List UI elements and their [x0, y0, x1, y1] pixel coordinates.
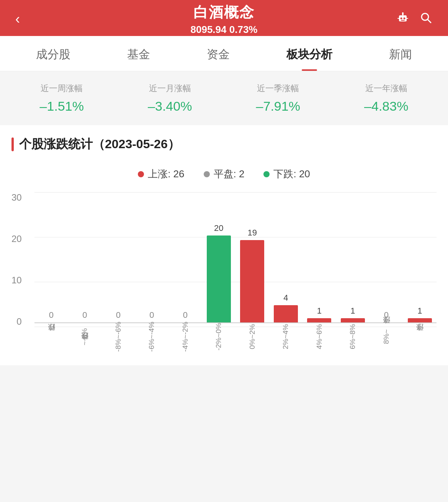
x-label-col-11: 涨停 — [403, 323, 437, 350]
chart-inner: 00000201941101 跌停跌停~-8%-8%~-6%-6%~-4%-4%… — [34, 192, 437, 350]
bar-9 — [341, 318, 365, 322]
page-subtitle: 8095.94 0.73% — [191, 24, 258, 36]
stat-quarter: 近一季涨幅 –7.91% — [224, 83, 332, 114]
svg-point-2 — [404, 18, 405, 20]
y-label-0: 0 — [16, 316, 21, 327]
bar-value-9: 1 — [350, 306, 355, 316]
bar-value-0: 0 — [49, 310, 54, 320]
x-label-col-7: 2%~4% — [269, 323, 303, 350]
chart-area: 上涨: 26 平盘: 2 下跌: 20 30 20 10 0 — [0, 160, 448, 365]
bar-8 — [307, 318, 331, 322]
legend-up-label: 上涨: 26 — [148, 167, 184, 181]
stat-month-value: –3.40% — [116, 99, 224, 114]
bar-col-1: 0 — [68, 192, 102, 322]
header-right — [396, 11, 433, 28]
stat-quarter-value: –7.91% — [224, 99, 332, 114]
stat-month-label: 近一月涨幅 — [116, 83, 224, 94]
svg-point-4 — [402, 12, 404, 14]
bar-col-9: 1 — [336, 192, 370, 322]
page-title: 白酒概念 — [191, 3, 258, 22]
x-label-col-0: 跌停 — [34, 323, 68, 350]
x-label-4: -4%~-2% — [181, 322, 190, 352]
x-label-7: 2%~4% — [281, 324, 290, 349]
tab-sector-analysis[interactable]: 板块分析 — [279, 36, 340, 71]
stat-week-value: –1.51% — [8, 99, 116, 114]
stat-week: 近一周涨幅 –1.51% — [8, 83, 116, 114]
x-label-col-1: 跌停~-8% — [68, 323, 102, 350]
bar-col-6: 19 — [235, 192, 269, 322]
x-labels: 跌停跌停~-8%-8%~-6%-6%~-4%-4%~-2%-2%~0%0%~2%… — [34, 323, 437, 350]
legend-down: 下跌: 20 — [263, 167, 310, 181]
back-icon[interactable]: ‹ — [15, 11, 20, 27]
x-label-1: 跌停~-8% — [80, 328, 90, 345]
bar-value-2: 0 — [116, 310, 121, 320]
svg-point-1 — [401, 18, 402, 20]
header-center: 白酒概念 8095.94 0.73% — [191, 3, 258, 36]
stat-year-value: –4.83% — [332, 99, 441, 114]
tab-fund[interactable]: 基金 — [119, 36, 158, 71]
legend-down-label: 下跌: 20 — [273, 167, 310, 181]
bar-value-7: 4 — [283, 293, 288, 303]
bar-chart: 30 20 10 0 00000201941101 跌停跌停~-8%-8%~-6… — [11, 192, 437, 350]
x-label-6: 0%~2% — [248, 324, 257, 349]
bar-col-7: 4 — [269, 192, 303, 322]
section-bar-decoration — [11, 137, 14, 151]
bar-value-5: 20 — [214, 223, 223, 233]
x-label-3: -6%~-4% — [147, 322, 156, 352]
x-label-col-9: 6%~8% — [336, 323, 370, 350]
search-icon[interactable] — [419, 11, 433, 28]
bar-11 — [408, 318, 432, 322]
bars-row: 00000201941101 — [34, 192, 437, 322]
bar-6 — [240, 240, 264, 322]
legend-flat: 平盘: 2 — [204, 167, 245, 181]
bar-value-3: 0 — [149, 310, 154, 320]
tab-bar: 成分股 基金 资金 板块分析 新闻 — [0, 36, 448, 71]
stats-row: 近一周涨幅 –1.51% 近一月涨幅 –3.40% 近一季涨幅 –7.91% 近… — [0, 71, 448, 125]
stat-quarter-label: 近一季涨幅 — [224, 83, 332, 94]
bar-col-5: 20 — [202, 192, 236, 322]
svg-line-9 — [428, 20, 431, 23]
section-title: 个股涨跌统计（2023-05-26） — [19, 136, 180, 153]
legend-up-dot — [138, 171, 144, 177]
y-label-10: 10 — [11, 275, 22, 286]
x-label-col-10: 8%~涨停 — [370, 323, 403, 350]
app-header: ‹ 白酒概念 8095.94 0.73% — [0, 0, 448, 36]
bar-7 — [274, 305, 298, 322]
legend-flat-label: 平盘: 2 — [214, 167, 245, 181]
bar-col-10: 0 — [370, 192, 403, 322]
x-label-col-8: 4%~6% — [302, 323, 336, 350]
bar-value-6: 19 — [248, 228, 257, 238]
stat-week-label: 近一周涨幅 — [8, 83, 116, 94]
bar-col-0: 0 — [34, 192, 68, 322]
bar-value-8: 1 — [317, 306, 322, 316]
y-label-20: 20 — [11, 234, 22, 244]
bar-value-4: 0 — [183, 310, 188, 320]
bar-value-1: 0 — [82, 310, 87, 320]
x-label-9: 6%~8% — [348, 324, 357, 349]
bar-col-11: 1 — [403, 192, 437, 322]
x-label-5: -2%~0% — [214, 323, 223, 350]
bar-col-8: 1 — [302, 192, 336, 322]
svg-rect-7 — [401, 20, 405, 21]
robot-icon[interactable] — [396, 11, 410, 28]
bar-col-2: 0 — [101, 192, 135, 322]
y-axis: 30 20 10 0 — [11, 192, 25, 327]
bar-5 — [207, 235, 231, 322]
legend-down-dot — [263, 171, 270, 177]
tab-capital[interactable]: 资金 — [199, 36, 237, 71]
section-title-wrap: 个股涨跌统计（2023-05-26） — [0, 125, 448, 160]
x-label-8: 4%~6% — [315, 324, 324, 349]
chart-legend: 上涨: 26 平盘: 2 下跌: 20 — [11, 167, 437, 181]
tab-news[interactable]: 新闻 — [381, 36, 420, 71]
x-label-col-4: -4%~-2% — [168, 323, 202, 350]
tab-constituent[interactable]: 成分股 — [28, 36, 78, 71]
legend-flat-dot — [204, 171, 210, 177]
header-left: ‹ — [15, 11, 20, 27]
bar-col-3: 0 — [135, 192, 169, 322]
x-label-col-3: -6%~-4% — [135, 323, 169, 350]
x-label-2: -8%~-6% — [114, 322, 123, 352]
bar-col-4: 0 — [168, 192, 202, 322]
stat-year-label: 近一年涨幅 — [332, 83, 441, 94]
bar-value-11: 1 — [417, 306, 422, 316]
x-label-col-2: -8%~-6% — [101, 323, 135, 350]
